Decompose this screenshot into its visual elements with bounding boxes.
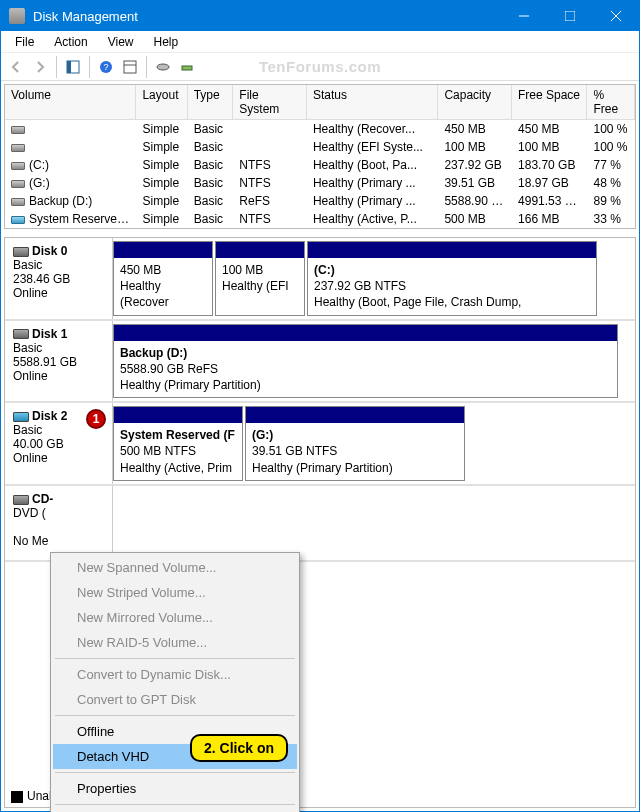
partition[interactable]: System Reserved (F500 MB NTFSHealthy (Ac… xyxy=(113,406,243,481)
disk-row: Disk 1Basic5588.91 GBOnlineBackup (D:)55… xyxy=(5,321,635,404)
svg-rect-8 xyxy=(124,61,136,73)
menubar: File Action View Help xyxy=(1,31,639,53)
menu-help[interactable]: Help xyxy=(144,33,189,51)
drive-icon xyxy=(11,126,25,134)
disk-info[interactable]: Disk 0Basic238.46 GBOnline xyxy=(5,238,113,319)
volume-row[interactable]: Backup (D:)SimpleBasicReFSHealthy (Prima… xyxy=(5,192,635,210)
volume-list: Volume Layout Type File System Status Ca… xyxy=(4,84,636,229)
col-freespace[interactable]: Free Space xyxy=(512,85,587,119)
svg-rect-1 xyxy=(565,11,575,21)
disk-row: CD-DVD (No Me xyxy=(5,486,635,562)
maximize-button[interactable] xyxy=(547,1,593,31)
menu-view[interactable]: View xyxy=(98,33,144,51)
drive-icon xyxy=(11,198,25,206)
col-status[interactable]: Status xyxy=(307,85,438,119)
disk-info[interactable]: Disk 1Basic5588.91 GBOnline xyxy=(5,321,113,402)
forward-button xyxy=(29,56,51,78)
toolbar-refresh-icon[interactable] xyxy=(119,56,141,78)
partition[interactable]: (C:)237.92 GB NTFSHealthy (Boot, Page Fi… xyxy=(307,241,597,316)
window-title: Disk Management xyxy=(33,9,138,24)
col-filesystem[interactable]: File System xyxy=(233,85,307,119)
annotation-badge-1: 1 xyxy=(86,409,106,429)
drive-icon xyxy=(11,162,25,170)
toolbar-help-icon[interactable]: ? xyxy=(95,56,117,78)
disk-icon xyxy=(13,329,29,339)
menu-convert-dynamic: Convert to Dynamic Disk... xyxy=(53,662,297,687)
close-button[interactable] xyxy=(593,1,639,31)
context-menu: New Spanned Volume... New Striped Volume… xyxy=(50,552,300,812)
disk-info[interactable]: CD-DVD (No Me xyxy=(5,486,113,560)
legend-unallocated: Unal xyxy=(11,789,52,803)
toolbar-disk-icon[interactable] xyxy=(152,56,174,78)
disk-icon xyxy=(13,412,29,422)
menu-new-spanned: New Spanned Volume... xyxy=(53,555,297,580)
toolbar: ? TenForums.com xyxy=(1,53,639,81)
svg-rect-11 xyxy=(182,66,192,70)
svg-point-10 xyxy=(157,64,169,70)
partition[interactable]: 450 MBHealthy (Recover xyxy=(113,241,213,316)
volume-header: Volume Layout Type File System Status Ca… xyxy=(5,85,635,120)
toolbar-view-icon[interactable] xyxy=(62,56,84,78)
svg-text:?: ? xyxy=(103,62,108,72)
drive-icon xyxy=(11,216,25,224)
partition[interactable]: (G:)39.51 GB NTFSHealthy (Primary Partit… xyxy=(245,406,465,481)
menu-help[interactable]: Help xyxy=(53,808,297,812)
partition[interactable]: Backup (D:)5588.90 GB ReFSHealthy (Prima… xyxy=(113,324,618,399)
drive-icon xyxy=(11,144,25,152)
svg-rect-5 xyxy=(67,61,71,73)
volume-row[interactable]: (C:)SimpleBasicNTFSHealthy (Boot, Pa...2… xyxy=(5,156,635,174)
col-layout[interactable]: Layout xyxy=(136,85,187,119)
titlebar[interactable]: Disk Management xyxy=(1,1,639,31)
col-capacity[interactable]: Capacity xyxy=(438,85,512,119)
disk-row: Disk 0Basic238.46 GBOnline450 MBHealthy … xyxy=(5,238,635,321)
menu-action[interactable]: Action xyxy=(44,33,97,51)
disk-icon xyxy=(13,495,29,505)
menu-new-striped: New Striped Volume... xyxy=(53,580,297,605)
annotation-callout-2: 2. Click on xyxy=(190,734,288,762)
menu-convert-gpt: Convert to GPT Disk xyxy=(53,687,297,712)
toolbar-action-icon[interactable] xyxy=(176,56,198,78)
volume-row[interactable]: SimpleBasicHealthy (EFI Syste...100 MB10… xyxy=(5,138,635,156)
menu-properties[interactable]: Properties xyxy=(53,776,297,801)
disk-icon xyxy=(13,247,29,257)
watermark: TenForums.com xyxy=(259,58,381,75)
menu-file[interactable]: File xyxy=(5,33,44,51)
partition[interactable]: 100 MBHealthy (EFI xyxy=(215,241,305,316)
menu-new-mirrored: New Mirrored Volume... xyxy=(53,605,297,630)
drive-icon xyxy=(11,180,25,188)
volume-row[interactable]: SimpleBasicHealthy (Recover...450 MB450 … xyxy=(5,120,635,138)
col-type[interactable]: Type xyxy=(188,85,234,119)
disk-management-window: Disk Management File Action View Help ? … xyxy=(0,0,640,812)
minimize-button[interactable] xyxy=(501,1,547,31)
volume-row[interactable]: System Reserved (...SimpleBasicNTFSHealt… xyxy=(5,210,635,228)
col-pctfree[interactable]: % Free xyxy=(587,85,635,119)
app-icon xyxy=(9,8,25,24)
volume-row[interactable]: (G:)SimpleBasicNTFSHealthy (Primary ...3… xyxy=(5,174,635,192)
col-volume[interactable]: Volume xyxy=(5,85,136,119)
back-button xyxy=(5,56,27,78)
menu-new-raid5: New RAID-5 Volume... xyxy=(53,630,297,655)
